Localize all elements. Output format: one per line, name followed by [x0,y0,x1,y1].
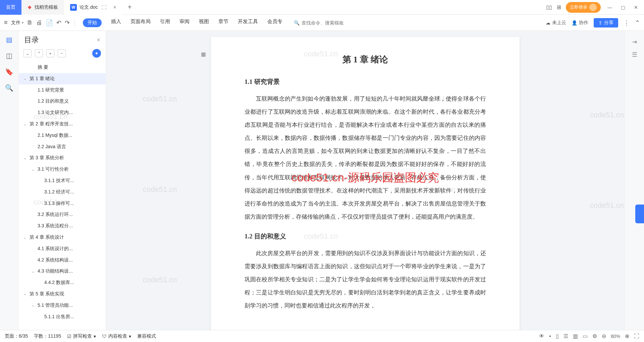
ribbon-tab-layout[interactable]: 页面布局 [130,18,151,27]
zoom-in-button[interactable]: ⊕ [625,333,629,339]
outline-item[interactable]: ⌄第 2 章 程序开发技... [19,118,106,130]
right-rail: ⇥ ☰ [625,31,644,330]
page-settings-icon[interactable]: ▦ [201,51,206,57]
watermark: code51.cn [143,276,177,284]
web-view-icon[interactable]: ▥ [573,333,578,339]
document-area[interactable]: ▦ 第 1 章 绪论 1.1 研究背景 互联网概念的产生到如今的蓬勃发展，用了短… [106,31,625,330]
ribbon-tab-chapter[interactable]: 章节 [218,18,228,27]
outline-item[interactable]: ⌄第 3 章 系统分析 [19,152,106,164]
apps-icon[interactable]: ⊞ [557,4,561,10]
find-icon[interactable]: 🔍 [5,84,13,92]
ribbon: ≡ 文件 ▾ 🗎 🖨 📄 ↶ ↷ 开始 插入 页面布局 引用 审阅 视图 章节 … [0,15,644,31]
page-view-icon[interactable]: ▯ [556,333,559,339]
remove-icon[interactable]: − [58,49,66,57]
outline-item[interactable]: 1.2 目的和意义 [19,96,106,107]
check-icon: ☑ [67,334,71,339]
tab-home[interactable]: 首页 [0,0,21,15]
outline-item[interactable]: 2.2 Java 语言 [19,141,106,153]
reader-icon[interactable]: ▯▯ [546,4,552,10]
tab-templates[interactable]: ❖ 找稻壳模板 [21,0,64,15]
heading-2: 1.2 目的和意义 [245,232,486,241]
outline-item[interactable]: 1.3 论文研究内... [19,107,106,118]
spellcheck-toggle[interactable]: ☑拼写检查 ▾ [67,333,96,339]
ai-icon[interactable]: ✦ [92,49,101,58]
zoom-out-button[interactable]: ⊖ [602,333,606,339]
search-input[interactable] [302,20,369,25]
outline-item[interactable]: 3.1.1 技术可... [19,175,106,186]
outline-item[interactable]: 3.2 系统运行环... [19,209,106,220]
add-icon[interactable]: + [46,49,54,57]
page: 第 1 章 绪论 1.1 研究背景 互联网概念的产生到如今的蓬勃发展，用了短短的… [211,37,520,330]
read-view-icon[interactable]: ▭ [583,333,588,339]
login-button[interactable]: 立即登录 [566,2,601,13]
outline-item[interactable]: ⌄5.1 管理员功能... [19,300,106,311]
paragraph: 此次房屋交易平台的开发，需要用到的知识不仅涉及到界面设计与功能设计方面的知识，还… [245,247,486,312]
save-icon[interactable]: 🗎 [27,19,33,26]
outline-item[interactable]: ⌄第 1 章 绪论 [19,73,106,84]
outline-item[interactable]: 3.1.2 经济可... [19,186,106,198]
share-button[interactable]: ⇪分享 [594,18,618,27]
outline-item[interactable]: 3.1.3 操作可... [19,198,106,209]
cloud-status[interactable]: ☁未上云 [546,20,566,26]
outline-item[interactable]: 5.1.1 出售房... [19,311,106,323]
dot-icon[interactable]: • [549,333,551,339]
outline-item[interactable]: ⌄4.3 功能结构设... [19,266,106,277]
outline-view-icon[interactable]: ☰ [564,333,568,339]
outline-item[interactable]: ⌄第 5 章 系统实现 [19,288,106,300]
ribbon-tab-view[interactable]: 视图 [199,18,209,27]
ribbon-tab-dev[interactable]: 开发工具 [238,18,258,27]
collapse-all-icon[interactable]: ⌄ [23,49,32,57]
outline-item[interactable]: 4.4.2 数据库... [19,277,106,288]
ribbon-tab-review[interactable]: 审阅 [179,18,190,27]
close-button[interactable]: ✕ [632,5,640,10]
new-tab-button[interactable]: + [122,0,137,15]
ribbon-tab-ref[interactable]: 引用 [160,18,170,27]
compat-mode[interactable]: 兼容模式 [137,333,156,339]
word-count[interactable]: 字数：11195 [34,333,61,339]
ribbon-tab-start[interactable]: 开始 [83,18,102,27]
zoom-level[interactable]: 80% [611,334,620,339]
toggle-panel-icon[interactable]: ⇥ [629,36,640,48]
presentation-icon[interactable]: ⛶ [102,5,106,10]
collab-button[interactable]: 👤协作 [572,20,588,26]
ribbon-right: ☁未上云 👤协作 ⇪分享 ⋮ ⌃ [546,18,640,27]
minimize-button[interactable]: — [605,5,614,10]
expand-all-icon[interactable]: ⌃ [35,49,43,57]
preview-icon[interactable]: 📄 [46,19,53,26]
redo-icon[interactable]: ↷ [65,19,70,26]
print-icon[interactable]: 🖨 [36,19,42,26]
tab-document[interactable]: W 论文.doc ⛶ × [64,0,122,15]
outline-item[interactable]: 4.1 系统设计的... [19,243,106,254]
list-icon[interactable]: ☰ [629,48,640,61]
more-icon[interactable]: ⋮ [624,19,630,26]
outline-item[interactable]: 1.1 研究背景 [19,84,106,96]
file-menu[interactable]: 文件 ▾ [11,20,23,26]
eye-icon[interactable]: 👁 [539,333,544,339]
outline-item[interactable]: 摘 要 [19,62,106,73]
outline-icon[interactable]: ▤ [6,36,12,44]
outline-item[interactable]: ⌄第 4 章 系统设计 [19,232,106,243]
close-icon[interactable]: × [97,37,100,44]
page-indicator[interactable]: 页面：6/35 [5,333,28,339]
statusbar: 页面：6/35 字数：11195 ☑拼写检查 ▾ 🛡内容检查 ▾ 兼容模式 👁 … [0,330,644,342]
feedback-tab[interactable] [635,205,644,223]
command-search[interactable]: 🔍 [294,20,542,25]
outline-item[interactable]: 4.2 系统结构设... [19,254,106,266]
outline-item[interactable]: 3.3 系统流程分... [19,220,106,232]
maximize-button[interactable]: ▢ [619,5,627,10]
outline-item[interactable]: ⌄3.1 可行性分析 [19,164,106,175]
undo-icon[interactable]: ↶ [56,19,61,26]
fullscreen-icon[interactable]: ⛶ [634,333,639,339]
titlebar: 首页 ❖ 找稻壳模板 W 论文.doc ⛶ × + ▯▯ ⊞ 立即登录 — ▢ … [0,0,644,15]
person-icon: 👤 [572,20,577,25]
collapse-icon[interactable]: ⌃ [635,19,640,26]
outline-item[interactable]: 2.1 Mysql 数据... [19,130,106,141]
ribbon-tab-member[interactable]: 会员专 [267,18,282,27]
ribbon-tab-insert[interactable]: 插入 [111,18,121,27]
content-check[interactable]: 🛡内容检查 ▾ [102,333,131,339]
zoom-settings-icon[interactable]: ⚙ [592,333,597,339]
box-icon[interactable]: ◫ [6,52,12,60]
bookmark-icon[interactable]: 🔖 [5,68,13,76]
close-icon[interactable]: × [113,4,116,10]
hamburger-icon[interactable]: ≡ [4,19,8,26]
